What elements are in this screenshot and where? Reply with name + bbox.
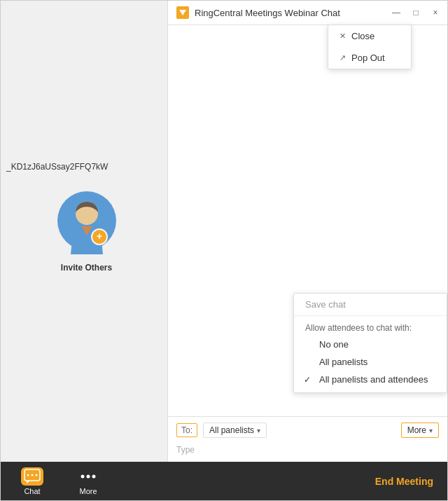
allow-attendees-section: Allow attendees to chat with: ✓ No one ✓… <box>294 316 447 392</box>
svg-point-7 <box>31 474 34 476</box>
chat-panel: — □ × RingCentral Meetings Webinar Chat … <box>167 1 447 463</box>
all-panelists-option[interactable]: ✓ All panelists <box>294 353 447 371</box>
chevron-down-icon <box>179 10 186 15</box>
close-menu-item[interactable]: ✕ Close <box>328 25 411 47</box>
chat-bottom: To: All panelists ▾ More ▾ Type <box>168 416 447 463</box>
svg-point-11 <box>92 474 96 478</box>
more-toolbar-item[interactable]: More <box>71 467 106 495</box>
to-select-value: All panelists <box>209 425 254 435</box>
chat-toolbar-label: Chat <box>24 487 40 495</box>
all-panelists-label: All panelists <box>319 357 368 367</box>
invite-label[interactable]: Invite Others <box>61 263 112 273</box>
left-panel: _KD1zJ6aUSsay2FFQ7kW + Invite Others <box>1 1 172 463</box>
more-btn-label: More <box>407 425 426 435</box>
more-dropdown-btn[interactable]: More ▾ <box>401 423 439 438</box>
invite-others-container: + Invite Others <box>55 191 118 273</box>
chat-icon <box>24 469 41 484</box>
no-one-option[interactable]: ✓ No one <box>294 336 447 353</box>
maximize-btn[interactable]: □ <box>410 6 422 19</box>
to-chevron-icon: ▾ <box>257 427 260 434</box>
bg-text: _KD1zJ6aUSsay2FFQ7kW <box>1 162 113 172</box>
more-options-dropdown: Save chat Allow attendees to chat with: … <box>293 293 447 393</box>
popout-menu-label: Pop Out <box>351 53 385 63</box>
invite-avatar[interactable]: + <box>55 191 118 254</box>
svg-point-6 <box>27 474 29 476</box>
chat-toolbar-icon <box>21 467 43 486</box>
svg-point-10 <box>87 474 90 478</box>
svg-marker-4 <box>179 10 186 15</box>
svg-point-9 <box>81 474 85 478</box>
close-btn[interactable]: × <box>429 6 442 19</box>
minimize-btn[interactable]: — <box>390 6 402 19</box>
close-menu-label: Close <box>351 31 374 41</box>
save-chat-item[interactable]: Save chat <box>294 294 447 316</box>
popout-menu-item[interactable]: ↗ Pop Out <box>328 47 411 69</box>
app-container: _KD1zJ6aUSsay2FFQ7kW + Invite Others <box>1 1 447 500</box>
to-label: To: <box>176 423 197 437</box>
close-menu-icon: ✕ <box>340 32 346 41</box>
popout-menu-icon: ↗ <box>340 53 346 62</box>
dots-icon <box>80 474 97 479</box>
all-panelists-attendees-label: All panelists and attendees <box>319 374 428 385</box>
chat-title: RingCentral Meetings Webinar Chat <box>195 8 340 18</box>
more-toolbar-label: More <box>79 487 97 495</box>
allow-attendees-label: Allow attendees to chat with: <box>294 320 447 336</box>
more-chevron-icon: ▾ <box>429 427 433 434</box>
chat-to-row: To: All panelists ▾ More ▾ <box>176 423 439 438</box>
no-one-label: No one <box>319 339 349 350</box>
to-select-dropdown[interactable]: All panelists ▾ <box>203 423 267 438</box>
chat-toolbar-item[interactable]: Chat <box>15 467 50 495</box>
window-controls: — □ × <box>390 6 442 19</box>
end-meeting-button[interactable]: End Meeting <box>375 476 433 487</box>
chat-header: — □ × RingCentral Meetings Webinar Chat <box>168 1 447 25</box>
svg-point-8 <box>36 474 38 476</box>
title-left: RingCentral Meetings Webinar Chat <box>176 6 340 19</box>
title-dropdown-menu: ✕ Close ↗ Pop Out <box>328 25 412 69</box>
chat-type-placeholder[interactable]: Type <box>176 442 439 458</box>
svg-text:+: + <box>96 231 102 242</box>
more-toolbar-icon <box>77 467 99 486</box>
all-panelists-attendees-check-icon: ✓ <box>304 375 314 385</box>
bottom-toolbar: Chat More End Meeting <box>1 462 447 500</box>
title-icon-btn[interactable] <box>176 6 189 19</box>
all-panelists-attendees-option[interactable]: ✓ All panelists and attendees <box>294 371 447 388</box>
